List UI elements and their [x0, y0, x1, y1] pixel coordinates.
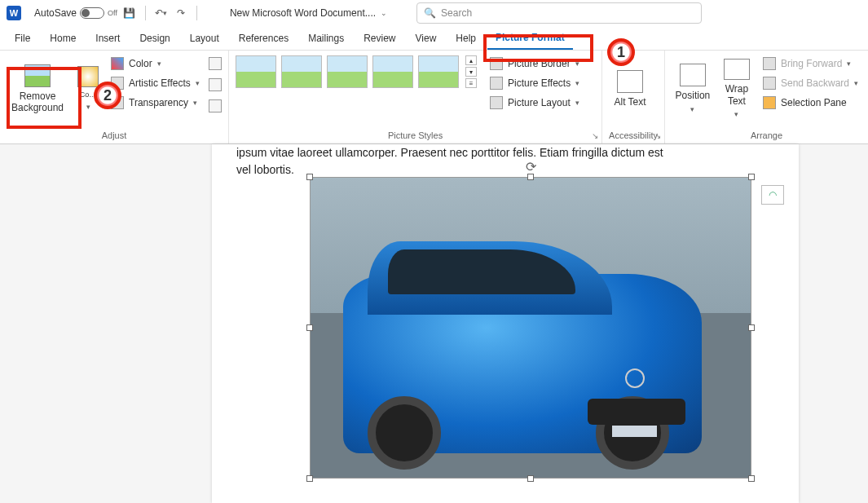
resize-handle[interactable] — [306, 475, 313, 482]
tab-view[interactable]: View — [408, 28, 445, 49]
group-accessibility: Alt Text Accessibility ↘ — [602, 51, 665, 143]
style-thumb[interactable] — [236, 55, 276, 88]
artistic-effects-button[interactable]: Artistic Effects▾ — [108, 75, 205, 91]
tab-review[interactable]: Review — [355, 28, 403, 49]
dialog-launcher-icon[interactable]: ↘ — [592, 131, 598, 140]
layout-icon — [490, 96, 503, 109]
selection-pane-icon — [763, 96, 776, 109]
group-label-arrange: Arrange — [672, 129, 861, 142]
chevron-down-icon: ⌄ — [381, 9, 387, 17]
style-thumb[interactable] — [372, 55, 413, 88]
dialog-launcher-icon[interactable]: ↘ — [654, 131, 661, 140]
alt-text-button[interactable]: Alt Text — [609, 55, 651, 122]
resize-handle[interactable] — [527, 475, 534, 482]
annotation-box-remove-bg — [7, 67, 82, 129]
search-input[interactable]: 🔍 Search — [416, 2, 702, 24]
save-icon[interactable]: 💾 — [122, 6, 137, 20]
gallery-down-button[interactable]: ▾ — [465, 67, 477, 77]
picture-layout-button[interactable]: Picture Layout▾ — [487, 95, 584, 111]
send-backward-button[interactable]: Send Backward▾ — [760, 75, 861, 91]
bring-forward-icon — [763, 57, 776, 70]
tab-insert[interactable]: Insert — [87, 28, 128, 49]
style-thumb[interactable] — [327, 55, 368, 88]
picture-effects-button[interactable]: Picture Effects▾ — [487, 75, 584, 91]
layout-options-icon: ◠ — [769, 189, 777, 201]
selection-pane-button[interactable]: Selection Pane — [760, 95, 861, 111]
send-backward-icon — [763, 77, 776, 90]
wrap-text-icon — [724, 59, 750, 80]
gallery-more-button[interactable]: ≡ — [465, 78, 477, 88]
picture-styles-gallery[interactable]: ▴ ▾ ≡ — [236, 55, 477, 88]
redo-icon[interactable]: ↷ — [174, 6, 188, 20]
bring-forward-button[interactable]: Bring Forward▾ — [760, 55, 861, 72]
tab-home[interactable]: Home — [42, 28, 84, 49]
resize-handle[interactable] — [748, 475, 755, 482]
ribbon-tabs: File Home Insert Design Layout Reference… — [0, 26, 868, 51]
color-button[interactable]: Color▾ — [108, 55, 205, 72]
gallery-up-button[interactable]: ▴ — [465, 55, 477, 65]
page[interactable]: ipsum vitae laoreet ullamcorper. Praesen… — [212, 144, 799, 503]
annotation-callout-1: 1 — [607, 38, 635, 66]
group-label-adjust: Adjust — [7, 129, 222, 142]
alt-text-icon — [617, 70, 643, 93]
transparency-button[interactable]: Transparency▾ — [108, 95, 205, 111]
style-thumb[interactable] — [418, 55, 459, 88]
qat-separator — [196, 6, 197, 20]
resize-handle[interactable] — [527, 174, 534, 180]
group-arrange: Position▾ Wrap Text▾ Bring Forward▾ Send… — [665, 51, 868, 143]
annotation-callout-2: 2 — [94, 82, 121, 109]
tab-layout[interactable]: Layout — [182, 28, 227, 49]
undo-icon[interactable]: ↶▾ — [154, 6, 169, 20]
body-text[interactable]: ipsum vitae laoreet ullamcorper. Praesen… — [236, 144, 774, 179]
search-icon: 🔍 — [424, 7, 436, 19]
tab-mailings[interactable]: Mailings — [300, 28, 352, 49]
reset-picture-button[interactable] — [209, 99, 222, 113]
tab-references[interactable]: References — [231, 28, 297, 49]
document-filename[interactable]: New Microsoft Word Document.... ⌄ — [230, 7, 387, 19]
rotate-handle-icon[interactable]: ⟳ — [526, 159, 536, 174]
resize-handle[interactable] — [306, 324, 313, 331]
toggle-switch[interactable] — [80, 7, 104, 19]
compress-pictures-button[interactable] — [209, 57, 222, 70]
style-thumb[interactable] — [281, 55, 322, 88]
document-area: ipsum vitae laoreet ullamcorper. Praesen… — [0, 144, 868, 503]
change-picture-button[interactable] — [209, 78, 222, 91]
tab-help[interactable]: Help — [447, 28, 484, 49]
layout-options-button[interactable]: ◠ — [761, 185, 784, 205]
ribbon: Remove Background Co… ▾ Color▾ Artistic … — [0, 51, 868, 144]
car-illustration — [343, 274, 702, 453]
position-icon — [680, 64, 706, 86]
group-label-styles: Picture Styles — [236, 129, 595, 142]
group-label-accessibility: Accessibility — [609, 129, 658, 142]
resize-handle[interactable] — [748, 324, 755, 331]
selected-image[interactable]: ⟳ ◠ — [310, 177, 751, 479]
effects-icon — [490, 77, 503, 90]
autosave-label: AutoSave — [34, 7, 77, 19]
image-content — [310, 177, 751, 479]
autosave-toggle[interactable]: AutoSave Off — [34, 7, 117, 19]
title-bar: W AutoSave Off 💾 ↶▾ ↷ New Microsoft Word… — [0, 0, 868, 26]
autosave-state: Off — [108, 9, 117, 17]
resize-handle[interactable] — [748, 174, 755, 180]
position-button[interactable]: Position▾ — [672, 55, 714, 122]
color-icon — [111, 57, 124, 70]
qat-separator — [145, 6, 146, 20]
group-picture-styles: ▴ ▾ ≡ Picture Border▾ Picture Effects▾ P… — [229, 51, 602, 143]
wrap-text-button[interactable]: Wrap Text▾ — [717, 55, 756, 122]
annotation-box-picture-format — [483, 34, 593, 62]
word-app-icon: W — [7, 6, 21, 20]
search-placeholder: Search — [441, 7, 472, 19]
tab-design[interactable]: Design — [131, 28, 178, 49]
resize-handle[interactable] — [306, 174, 313, 180]
tab-file[interactable]: File — [7, 28, 38, 49]
